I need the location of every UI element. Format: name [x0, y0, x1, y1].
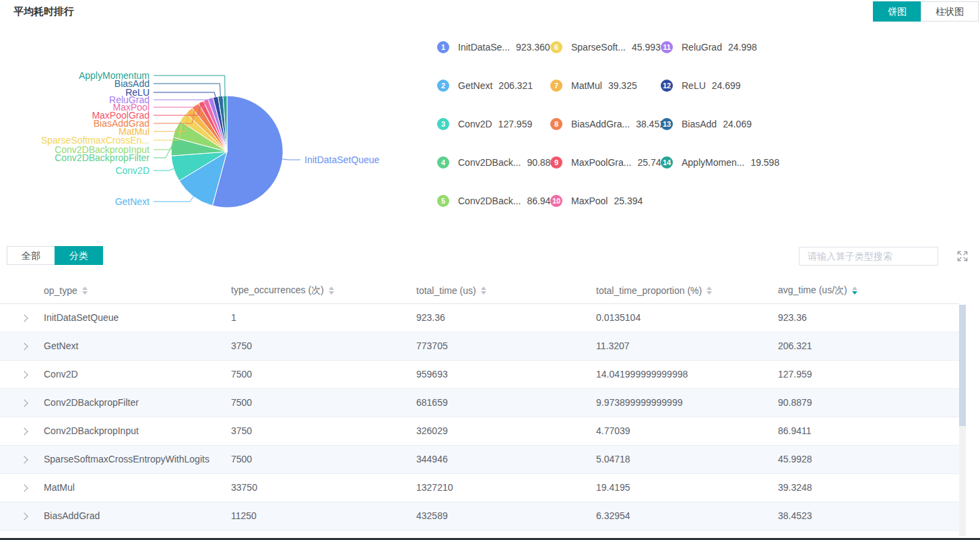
cell-avg-time: 923.36	[778, 304, 807, 332]
pie-chart-button[interactable]: 饼图	[873, 1, 921, 22]
legend-rank-badge: 5	[437, 195, 449, 207]
table-row-BiasAddGrad[interactable]: BiasAddGrad112504325896.3295438.4523	[0, 502, 959, 531]
column-header-total-time[interactable]: total_time (us)	[416, 278, 486, 303]
row-expand-icon[interactable]	[20, 314, 28, 322]
table-row-Conv2DBackpropInput[interactable]: Conv2DBackpropInput37503260294.7703986.9…	[0, 417, 959, 446]
page-title: 平均耗时排行	[13, 5, 74, 18]
pie-label-ApplyMomentum: ApplyMomentum	[79, 70, 150, 81]
legend-item-Conv2DBackpropFilter[interactable]: 4Conv2DBack...90.888	[437, 156, 556, 169]
legend-rank-badge: 2	[437, 80, 449, 92]
legend-label: InitDataSe...	[458, 42, 510, 53]
sort-icon-active[interactable]	[852, 287, 857, 295]
operator-search-input[interactable]	[799, 247, 938, 265]
legend-item-Conv2DBackpropInput[interactable]: 5Conv2DBack...86.941	[437, 194, 556, 208]
cell-avg-time: 90.8879	[778, 389, 812, 417]
operator-search-box	[799, 247, 938, 266]
pie-label-line-Conv2D	[154, 169, 174, 171]
pie-label-line-InitDataSetQueue	[282, 159, 300, 160]
chart-type-toggle: 饼图 柱状图	[873, 1, 979, 22]
cell-type-occurrences: 33750	[231, 474, 257, 502]
legend-item-ReluGrad[interactable]: 11ReluGrad24.998	[661, 40, 757, 54]
cell-op-type: MatMul	[44, 474, 75, 502]
cell-total-time: 681659	[416, 389, 448, 417]
sort-icon[interactable]	[329, 287, 334, 295]
sort-icon[interactable]	[707, 287, 712, 295]
legend-value: 24.699	[712, 80, 741, 91]
pie-label-GetNext: GetNext	[115, 196, 150, 207]
table-scrollbar-track[interactable]	[959, 305, 966, 536]
legend-rank-badge: 6	[550, 41, 562, 53]
legend-item-InitDataSetQueue[interactable]: 1InitDataSe...923.360	[437, 40, 550, 54]
row-expand-icon[interactable]	[20, 484, 28, 491]
legend-label: Conv2D	[458, 119, 492, 129]
row-expand-icon[interactable]	[20, 427, 28, 435]
cell-total-time-proportion: 4.77039	[596, 417, 630, 445]
column-label: total_time (us)	[416, 285, 476, 296]
legend-item-ReLU[interactable]: 12ReLU24.699	[661, 79, 741, 92]
column-header-total-time-proportion[interactable]: total_time_proportion (%)	[596, 278, 712, 303]
row-expand-icon[interactable]	[20, 512, 28, 520]
tab-all[interactable]: 全部	[7, 246, 55, 265]
cell-type-occurrences: 11250	[231, 502, 257, 530]
cell-op-type: Conv2DBackpropInput	[44, 417, 139, 445]
table-row-Conv2D[interactable]: Conv2D750095969314.041999999999998127.95…	[0, 361, 959, 389]
row-expand-icon[interactable]	[20, 399, 28, 407]
cell-total-time-proportion: 0.0135104	[596, 304, 641, 332]
table-body: InitDataSetQueue1923.360.0135104923.36Ge…	[0, 304, 959, 531]
table-row-GetNext[interactable]: GetNext375077370511.3207206.321	[0, 332, 959, 361]
pie-label-InitDataSetQueue: InitDataSetQueue	[304, 154, 380, 165]
legend-rank-badge: 10	[550, 195, 562, 207]
sort-icon[interactable]	[82, 287, 88, 295]
legend-value: 39.325	[608, 80, 637, 91]
legend-label: ReLU	[682, 80, 706, 91]
cell-total-time-proportion: 19.4195	[596, 474, 630, 502]
profiler-op-time-page: { "page_title": "平均耗时排行", "accent_color"…	[0, 0, 980, 540]
legend-rank-badge: 4	[437, 156, 449, 169]
table-row-SparseSoftmaxCrossEntropyWithLogits[interactable]: SparseSoftmaxCrossEntropyWithLogits75003…	[0, 446, 959, 474]
table-scrollbar-thumb[interactable]	[959, 305, 966, 426]
fullscreen-icon[interactable]	[957, 251, 968, 262]
legend-item-Conv2D[interactable]: 3Conv2D127.959	[437, 117, 532, 131]
row-expand-icon[interactable]	[20, 456, 28, 463]
legend-label: BiasAdd	[682, 119, 717, 129]
table-row-Conv2DBackpropFilter[interactable]: Conv2DBackpropFilter75006816599.97389999…	[0, 389, 959, 417]
legend-item-BiasAdd[interactable]: 13BiasAdd24.069	[661, 117, 752, 131]
legend-rank-badge: 12	[661, 80, 673, 92]
legend-rank-badge: 13	[661, 118, 673, 130]
legend-item-MatMul[interactable]: 7MatMul39.325	[550, 79, 637, 92]
legend-item-MaxPoolGrad[interactable]: 9MaxPoolGra...25.740	[550, 156, 666, 169]
op-type-table: op_type type_occurrences (次) total_time …	[0, 278, 959, 531]
cell-total-time-proportion: 14.041999999999998	[596, 361, 688, 388]
pie-label-Conv2D: Conv2D	[115, 165, 150, 176]
cell-type-occurrences: 3750	[231, 332, 252, 360]
cell-type-occurrences: 3750	[231, 417, 252, 445]
pie-label-line-GetNext	[154, 196, 193, 202]
legend-value: 24.069	[723, 119, 752, 129]
cell-type-occurrences: 7500	[231, 389, 252, 417]
legend-label: GetNext	[458, 80, 492, 91]
cell-total-time-proportion: 9.973899999999999	[596, 389, 682, 417]
legend-item-MaxPool[interactable]: 10MaxPool25.394	[550, 194, 643, 208]
row-expand-icon[interactable]	[20, 371, 28, 378]
bar-chart-button[interactable]: 柱状图	[921, 1, 979, 22]
legend-item-ApplyMomentum[interactable]: 14ApplyMomen...19.598	[661, 156, 779, 169]
column-header-type-occurrences[interactable]: type_occurrences (次)	[231, 278, 334, 303]
column-header-avg-time[interactable]: avg_time (us/次)	[778, 278, 857, 303]
legend-item-GetNext[interactable]: 2GetNext206.321	[437, 79, 533, 92]
legend-item-BiasAddGrad[interactable]: 8BiasAddGra...38.452	[550, 117, 665, 131]
sort-icon[interactable]	[481, 287, 486, 295]
legend-label: ReluGrad	[682, 42, 722, 53]
cell-type-occurrences: 7500	[231, 446, 252, 473]
column-label: type_occurrences (次)	[231, 284, 324, 297]
table-row-MatMul[interactable]: MatMul33750132721019.419539.3248	[0, 474, 959, 502]
column-header-op-type[interactable]: op_type	[44, 278, 88, 303]
cell-type-occurrences: 7500	[231, 361, 252, 388]
row-expand-icon[interactable]	[20, 342, 28, 350]
legend-rank-badge: 14	[661, 156, 673, 169]
legend-item-SparseSoftmaxCrossEntropyWithLogits[interactable]: 6SparseSoft...45.993	[550, 40, 661, 54]
tab-category[interactable]: 分类	[55, 246, 103, 265]
table-row-InitDataSetQueue[interactable]: InitDataSetQueue1923.360.0135104923.36	[0, 304, 959, 332]
cell-op-type: BiasAddGrad	[44, 502, 100, 530]
legend-value: 923.360	[516, 42, 550, 53]
pie-label-line-BiasAdd	[154, 84, 220, 96]
